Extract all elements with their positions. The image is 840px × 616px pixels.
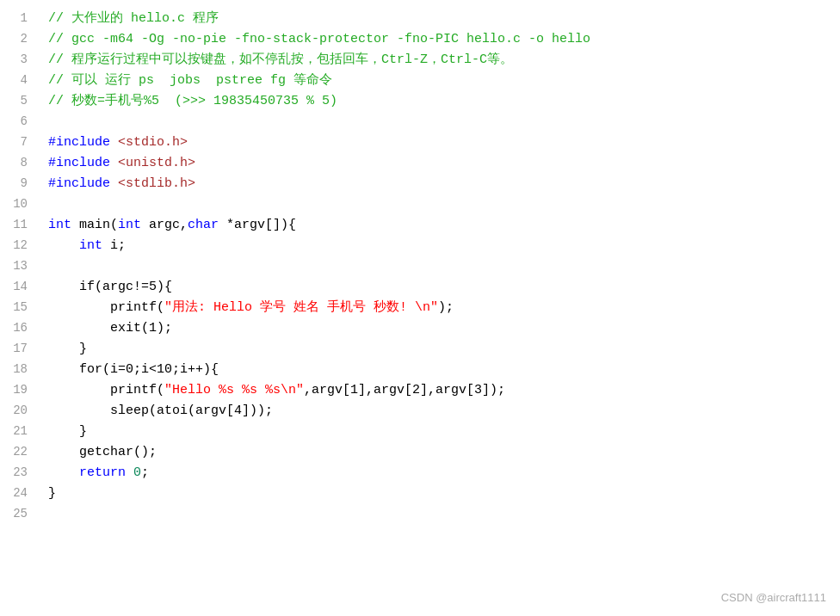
line-content: #include <unistd.h> xyxy=(41,153,840,174)
line-content: int main(int argc,char *argv[]){ xyxy=(41,215,840,236)
line-number: 12 xyxy=(0,236,41,256)
code-line: 14 if(argc!=5){ xyxy=(0,277,840,298)
code-line: 24} xyxy=(0,484,840,504)
keyword-token: return xyxy=(79,465,126,480)
code-line: 22 getchar(); xyxy=(0,442,840,463)
keyword-token: int xyxy=(118,218,141,232)
line-number: 8 xyxy=(0,153,41,174)
line-content xyxy=(41,194,840,215)
comment-token: // 程序运行过程中可以按键盘，如不停乱按，包括回车，Ctrl-Z，Ctrl-C… xyxy=(48,52,513,67)
preprocessor-token: #include xyxy=(48,176,110,191)
code-line: 9#include <stdlib.h> xyxy=(0,174,840,194)
line-number: 1 xyxy=(0,9,41,29)
string-token: "用法: Hello 学号 姓名 手机号 秒数! \n" xyxy=(164,300,438,315)
header-token: <unistd.h> xyxy=(118,156,195,170)
line-number: 16 xyxy=(0,318,41,339)
line-content: #include <stdlib.h> xyxy=(41,174,840,194)
plain-token: ,argv[1],argv[2],argv[3]); xyxy=(304,383,505,397)
code-line: 16 exit(1); xyxy=(0,318,840,339)
line-content: printf("用法: Hello 学号 姓名 手机号 秒数! \n"); xyxy=(41,298,840,318)
line-content: if(argc!=5){ xyxy=(41,277,840,298)
line-content: int i; xyxy=(41,236,840,256)
line-content: // gcc -m64 -Og -no-pie -fno-stack-prote… xyxy=(41,29,840,50)
plain-token xyxy=(48,238,79,253)
code-line: 2// gcc -m64 -Og -no-pie -fno-stack-prot… xyxy=(0,29,840,50)
comment-token: // 秒数=手机号%5 (>>> 19835450735 % 5) xyxy=(48,94,337,108)
line-number: 3 xyxy=(0,50,41,71)
line-number: 13 xyxy=(0,256,41,277)
code-line: 21 } xyxy=(0,422,840,442)
keyword-token: char xyxy=(188,218,219,232)
plain-token: i; xyxy=(102,238,126,253)
line-content: // 大作业的 hello.c 程序 xyxy=(41,9,840,29)
line-number: 15 xyxy=(0,298,41,318)
code-line: 6 xyxy=(0,112,840,132)
keyword-token: int xyxy=(79,238,102,253)
plain-token xyxy=(48,465,79,480)
line-content: exit(1); xyxy=(41,318,840,339)
plain-token: ; xyxy=(141,465,149,480)
plain-token: argc, xyxy=(141,218,188,232)
line-content: } xyxy=(41,422,840,442)
keyword-token: int xyxy=(48,218,71,232)
code-lines: 1// 大作业的 hello.c 程序2// gcc -m64 -Og -no-… xyxy=(0,9,840,525)
plain-token xyxy=(126,465,133,480)
code-line: 13 xyxy=(0,256,840,277)
code-line: 3// 程序运行过程中可以按键盘，如不停乱按，包括回车，Ctrl-Z，Ctrl-… xyxy=(0,50,840,71)
code-line: 12 int i; xyxy=(0,236,840,256)
comment-token: // gcc -m64 -Og -no-pie -fno-stack-prote… xyxy=(48,32,590,46)
line-number: 7 xyxy=(0,132,41,153)
plain-token: } xyxy=(48,424,87,439)
comment-token: // 可以 运行 ps jobs pstree fg 等命令 xyxy=(48,73,332,88)
plain-token xyxy=(110,135,118,150)
line-content: for(i=0;i<10;i++){ xyxy=(41,360,840,380)
code-line: 10 xyxy=(0,194,840,215)
line-content: printf("Hello %s %s %s\n",argv[1],argv[2… xyxy=(41,380,840,401)
line-number: 24 xyxy=(0,484,41,504)
plain-token: main( xyxy=(71,218,118,232)
code-line: 25 xyxy=(0,504,840,525)
line-number: 2 xyxy=(0,29,41,50)
code-line: 17 } xyxy=(0,339,840,360)
line-number: 6 xyxy=(0,112,41,132)
line-number: 25 xyxy=(0,504,41,525)
code-container: 1// 大作业的 hello.c 程序2// gcc -m64 -Og -no-… xyxy=(0,0,840,616)
code-line: 7#include <stdio.h> xyxy=(0,132,840,153)
line-content: return 0; xyxy=(41,463,840,484)
preprocessor-token: #include xyxy=(48,156,110,170)
line-number: 9 xyxy=(0,174,41,194)
line-number: 14 xyxy=(0,277,41,298)
string-token: "Hello %s %s %s\n" xyxy=(164,383,304,397)
plain-token: *argv[]){ xyxy=(219,218,296,232)
plain-token: exit(1); xyxy=(48,321,172,336)
line-number: 17 xyxy=(0,339,41,360)
line-content: sleep(atoi(argv[4])); xyxy=(41,401,840,422)
code-line: 11int main(int argc,char *argv[]){ xyxy=(0,215,840,236)
line-content: getchar(); xyxy=(41,442,840,463)
line-content: // 程序运行过程中可以按键盘，如不停乱按，包括回车，Ctrl-Z，Ctrl-C… xyxy=(41,50,840,71)
code-line: 19 printf("Hello %s %s %s\n",argv[1],arg… xyxy=(0,380,840,401)
plain-token: sleep(atoi(argv[4])); xyxy=(48,403,273,418)
number-token: 0 xyxy=(133,465,141,480)
line-number: 23 xyxy=(0,463,41,484)
code-line: 20 sleep(atoi(argv[4])); xyxy=(0,401,840,422)
line-number: 10 xyxy=(0,194,41,215)
code-line: 18 for(i=0;i<10;i++){ xyxy=(0,360,840,380)
plain-token: for(i=0;i<10;i++){ xyxy=(48,362,219,377)
line-number: 19 xyxy=(0,380,41,401)
line-content: #include <stdio.h> xyxy=(41,132,840,153)
code-line: 1// 大作业的 hello.c 程序 xyxy=(0,9,840,29)
header-token: <stdlib.h> xyxy=(118,176,195,191)
plain-token: printf( xyxy=(48,300,164,315)
line-content xyxy=(41,112,840,132)
line-content: // 可以 运行 ps jobs pstree fg 等命令 xyxy=(41,71,840,91)
code-line: 4// 可以 运行 ps jobs pstree fg 等命令 xyxy=(0,71,840,91)
code-line: 23 return 0; xyxy=(0,463,840,484)
plain-token: } xyxy=(48,486,56,501)
line-number: 5 xyxy=(0,91,41,112)
code-line: 5// 秒数=手机号%5 (>>> 19835450735 % 5) xyxy=(0,91,840,112)
line-content xyxy=(41,504,840,525)
plain-token xyxy=(110,176,118,191)
plain-token: ); xyxy=(438,300,454,315)
preprocessor-token: #include xyxy=(48,135,110,150)
